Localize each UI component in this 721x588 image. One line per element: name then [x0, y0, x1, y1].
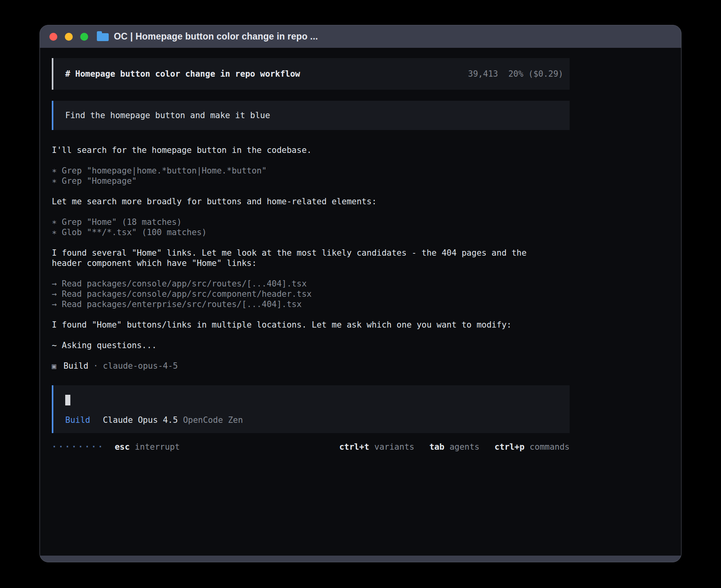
- status-bar-left: ········ esc interrupt: [52, 442, 180, 452]
- asking-questions-status: ~ Asking questions...: [52, 340, 570, 351]
- hint-commands: ctrl+p commands: [495, 442, 570, 452]
- window-titlebar[interactable]: OC | Homepage button color change in rep…: [40, 25, 681, 48]
- response-paragraph: I'll search for the homepage button in t…: [52, 145, 570, 155]
- provider-label: OpenCode Zen: [183, 415, 243, 425]
- interrupt-key: esc: [115, 442, 130, 452]
- mode-label[interactable]: Build: [65, 415, 90, 425]
- assistant-text: Let me search more broadly for buttons a…: [52, 196, 570, 207]
- user-message: Find the homepage button and make it blu…: [52, 101, 570, 130]
- terminal-content: # Homepage button color change in repo w…: [40, 48, 681, 556]
- tool-call-read: → Read packages/console/app/src/componen…: [52, 289, 570, 299]
- tool-call-grep: ∗ Grep "Home" (18 matches): [52, 217, 570, 227]
- hint-variants: ctrl+t variants: [339, 442, 414, 452]
- assistant-response: I'll search for the homepage button in t…: [52, 145, 570, 371]
- assistant-text: I found "Home" buttons/links in multiple…: [52, 320, 570, 330]
- tool-call-read: → Read packages/console/app/src/routes/[…: [52, 279, 570, 289]
- minimize-button[interactable]: [65, 33, 73, 41]
- hint-label: variants: [374, 442, 414, 452]
- prompt-input[interactable]: Build Claude Opus 4.5 OpenCode Zen: [52, 385, 570, 433]
- model-label: Claude Opus 4.5: [103, 415, 178, 425]
- agent-status-row: ▣ Build · claude-opus-4-5: [52, 361, 570, 371]
- session-title: # Homepage button color change in repo w…: [65, 69, 300, 79]
- tool-call-grep: ∗ Grep "Homepage": [52, 176, 570, 186]
- close-button[interactable]: [49, 33, 57, 41]
- tool-call-group: ∗ Grep "Home" (18 matches) ∗ Glob "**/*.…: [52, 217, 570, 237]
- response-paragraph: ~ Asking questions...: [52, 340, 570, 351]
- context-usage: 20% ($0.29): [508, 69, 563, 79]
- token-count: 39,413: [468, 69, 498, 79]
- tool-call-group: → Read packages/console/app/src/routes/[…: [52, 279, 570, 309]
- interrupt-label: interrupt: [135, 442, 180, 452]
- tool-call-glob: ∗ Glob "**/*.tsx" (100 matches): [52, 227, 570, 237]
- status-bar: ········ esc interrupt ctrl+t variants t…: [52, 442, 570, 452]
- window-title: OC | Homepage button color change in rep…: [114, 31, 318, 42]
- tool-call-group: ∗ Grep "homepage|home.*button|Home.*butt…: [52, 166, 570, 186]
- input-status-row: Build Claude Opus 4.5 OpenCode Zen: [65, 415, 558, 425]
- agent-model: claude-opus-4-5: [103, 361, 178, 371]
- hint-key: ctrl+t: [339, 442, 369, 452]
- hint-label: agents: [449, 442, 479, 452]
- text-cursor: [65, 395, 70, 405]
- assistant-text: I found several "Home" links. Let me loo…: [52, 248, 570, 258]
- traffic-lights: [49, 33, 88, 41]
- response-paragraph: I found "Home" buttons/links in multiple…: [52, 320, 570, 330]
- tool-call-read: → Read packages/enterprise/src/routes/[.…: [52, 299, 570, 309]
- hint-key: tab: [429, 442, 444, 452]
- hint-key: ctrl+p: [495, 442, 525, 452]
- spinner-dots-icon: ········: [52, 442, 104, 452]
- agent-separator: ·: [93, 361, 98, 371]
- assistant-text: I'll search for the homepage button in t…: [52, 145, 570, 155]
- agent-name: Build: [63, 361, 88, 371]
- user-message-text: Find the homepage button and make it blu…: [65, 110, 270, 121]
- tool-call-grep: ∗ Grep "homepage|home.*button|Home.*butt…: [52, 166, 570, 176]
- hint-label: commands: [530, 442, 570, 452]
- tui-column: # Homepage button color change in repo w…: [52, 58, 570, 452]
- folder-icon: [97, 33, 109, 41]
- session-stats: 39,413 20% ($0.29): [468, 69, 563, 79]
- agent-icon: ▣: [52, 361, 56, 371]
- assistant-text: header component which have "Home" links…: [52, 258, 570, 268]
- response-paragraph: Let me search more broadly for buttons a…: [52, 196, 570, 207]
- hint-agents: tab agents: [429, 442, 479, 452]
- session-header: # Homepage button color change in repo w…: [52, 58, 570, 90]
- response-paragraph: I found several "Home" links. Let me loo…: [52, 248, 570, 268]
- zoom-button[interactable]: [80, 33, 88, 41]
- status-bar-hints: ctrl+t variants tab agents ctrl+p comman…: [339, 442, 570, 452]
- terminal-window: OC | Homepage button color change in rep…: [40, 25, 681, 562]
